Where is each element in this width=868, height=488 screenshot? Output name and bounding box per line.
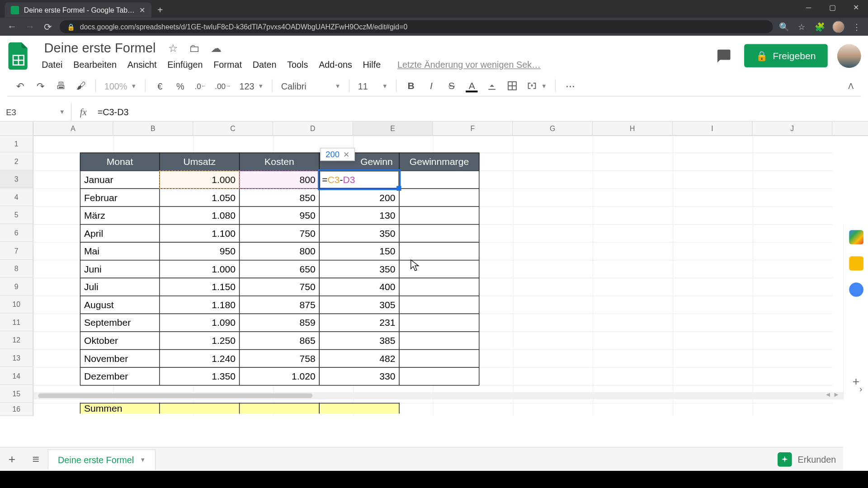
cell-kosten[interactable]: 1.020 [239,367,320,386]
col-header-E[interactable]: E [353,122,433,135]
col-header-I[interactable]: I [673,122,753,135]
col-header-A[interactable]: A [33,122,113,135]
merge-cells-button[interactable]: ▼ [527,80,547,91]
cell-kosten[interactable]: 758 [239,349,320,368]
select-all-corner[interactable] [0,122,33,135]
cell-marge[interactable] [399,170,479,189]
row-header-12[interactable]: 12 [0,331,33,349]
chrome-profile-avatar[interactable] [832,21,844,33]
col-header-J[interactable]: J [753,122,833,135]
addons-plus-icon[interactable]: + [853,375,859,389]
col-header-C[interactable]: C [193,122,273,135]
cell-marge[interactable] [399,367,479,386]
print-button[interactable]: 🖶 [55,80,66,91]
cell-gewinn[interactable]: 200 [319,188,400,207]
strikethrough-button[interactable]: S [446,80,458,91]
cell-monat[interactable]: Dezember [80,367,160,386]
menu-data[interactable]: Daten [253,60,277,70]
percent-button[interactable]: % [175,81,186,91]
paint-format-button[interactable]: 🖌 [75,80,87,91]
cell-kosten[interactable]: 950 [239,206,320,225]
font-dropdown[interactable]: Calibri▼ [281,81,341,91]
window-maximize-button[interactable]: ▢ [821,0,844,15]
more-toolbar-button[interactable]: ⋯ [564,80,576,91]
sheets-logo-icon[interactable] [7,40,33,72]
col-header-G[interactable]: G [513,122,593,135]
share-button[interactable]: 🔒 Freigeben [744,44,828,67]
cell-monat[interactable]: Januar [80,170,160,189]
cell-E3-editing[interactable]: =C3-D3 [319,170,400,189]
cell-gewinn[interactable]: 400 [319,278,400,296]
undo-button[interactable]: ↶ [14,80,26,91]
header-kosten[interactable]: Kosten [239,153,320,171]
comments-button[interactable] [713,45,734,66]
row-header-3[interactable]: 3 [0,170,33,188]
collapse-toolbar-icon[interactable]: ᐱ [848,81,854,90]
row-header-15[interactable]: 15 [0,385,33,403]
cell-gewinn[interactable]: 350 [319,260,400,278]
extensions-icon[interactable]: 🧩 [815,21,826,32]
cell-umsatz[interactable]: 1.050 [159,188,240,207]
tab-close-icon[interactable]: ✕ [139,6,145,14]
row-header-7[interactable]: 7 [0,242,33,260]
summen-gewinn[interactable] [319,403,400,414]
cell-umsatz[interactable]: 1.180 [159,296,240,314]
cell-gewinn[interactable]: 482 [319,349,400,368]
menu-tools[interactable]: Tools [287,60,308,70]
browser-back-button[interactable]: ← [6,21,18,32]
row-header-2[interactable]: 2 [0,153,33,171]
cell-marge[interactable] [399,224,479,243]
url-bar[interactable]: 🔒 docs.google.com/spreadsheets/d/1GE-twI… [60,20,773,33]
header-gewinnmarge[interactable]: Gewinnmarge [399,153,479,171]
row-header-11[interactable]: 11 [0,314,33,332]
browser-forward-button[interactable]: → [24,21,36,32]
cell-umsatz[interactable]: 1.350 [159,367,240,386]
decrease-decimal-button[interactable]: .0← [194,81,206,90]
all-sheets-button[interactable]: ≡ [24,452,48,466]
cell-marge[interactable] [399,349,479,368]
row-header-13[interactable]: 13 [0,349,33,367]
cell-monat[interactable]: Juni [80,260,160,278]
cell-umsatz[interactable]: 1.100 [159,224,240,243]
row-header-9[interactable]: 9 [0,278,33,296]
chrome-menu-icon[interactable]: ⋮ [852,21,863,32]
row-header-14[interactable]: 14 [0,367,33,385]
menu-file[interactable]: Datei [42,60,62,70]
cell-gewinn[interactable]: 130 [319,206,400,225]
cell-marge[interactable] [399,260,479,278]
cell-fill-handle[interactable] [396,186,401,191]
last-edit-text[interactable]: Letzte Änderung vor wenigen Sek… [397,60,541,70]
cell-gewinn[interactable]: 350 [319,224,400,243]
cell-marge[interactable] [399,206,479,225]
cell-kosten[interactable]: 750 [239,224,320,243]
cell-umsatz[interactable]: 1.250 [159,331,240,350]
move-icon[interactable]: 🗀 [188,42,201,55]
cell-marge[interactable] [399,296,479,314]
cell-marge[interactable] [399,331,479,350]
cell-kosten[interactable]: 750 [239,278,320,296]
bold-button[interactable]: B [405,80,417,91]
menu-format[interactable]: Format [213,60,242,70]
summen-umsatz[interactable] [159,403,240,414]
cell-kosten[interactable]: 859 [239,314,320,332]
summen-label[interactable]: Summen [80,403,160,414]
menu-help[interactable]: Hilfe [363,60,381,70]
keep-icon[interactable] [849,256,863,271]
row-header-4[interactable]: 4 [0,188,33,206]
cell-kosten[interactable]: 650 [239,260,320,278]
menu-addons[interactable]: Add-ons [319,60,352,70]
cell-gewinn[interactable]: 385 [319,331,400,350]
currency-button[interactable]: € [154,81,166,91]
preview-close-icon[interactable]: ✕ [343,150,350,159]
tasks-icon[interactable] [849,282,863,297]
menu-view[interactable]: Ansicht [127,60,157,70]
fill-color-button[interactable] [486,80,498,91]
menu-insert[interactable]: Einfügen [167,60,203,70]
cell-marge[interactable] [399,278,479,296]
zoom-dropdown[interactable]: 100%▼ [104,81,137,91]
fontsize-dropdown[interactable]: 11▼ [358,81,388,91]
cell-umsatz[interactable]: 1.000 [159,260,240,278]
redo-button[interactable]: ↷ [35,80,47,91]
horizontal-scrollbar[interactable] [33,392,868,399]
header-umsatz[interactable]: Umsatz [159,153,240,171]
